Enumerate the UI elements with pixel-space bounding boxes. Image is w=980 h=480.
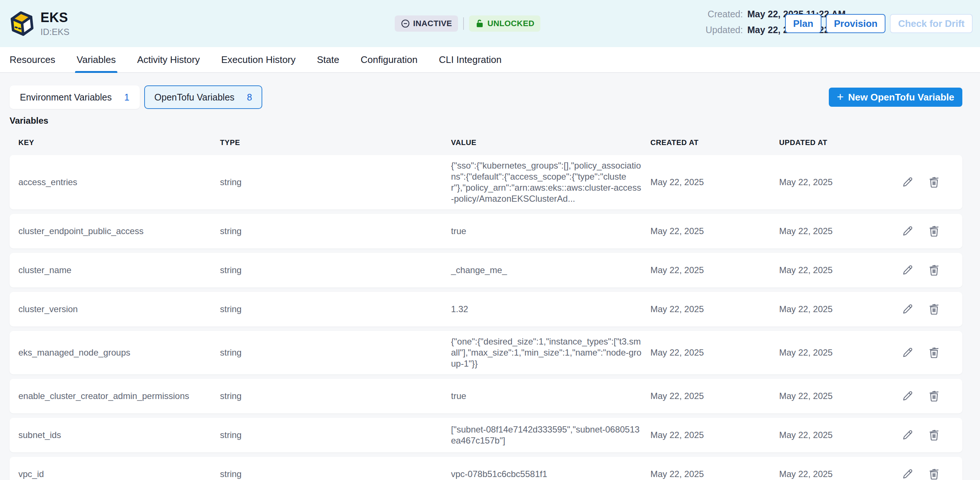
- cell-type: string: [220, 226, 451, 237]
- subtab-opentofu-variables[interactable]: OpenTofu Variables 8: [144, 85, 262, 109]
- edit-variable-button[interactable]: [901, 346, 914, 359]
- cell-value: {"sso":{"kubernetes_groups":[],"policy_a…: [451, 160, 651, 204]
- delete-variable-button[interactable]: [928, 225, 940, 238]
- cell-type: string: [220, 304, 451, 315]
- created-label: Created:: [706, 9, 743, 19]
- content: Environment Variables 1 OpenTofu Variabl…: [0, 73, 980, 480]
- row-actions: [889, 264, 940, 276]
- row-actions: [889, 468, 940, 480]
- delete-variable-button[interactable]: [928, 429, 940, 441]
- cell-key: access_entries: [18, 177, 220, 188]
- trash-icon: [928, 390, 940, 402]
- tab-cli-integration[interactable]: CLI Integration: [438, 47, 503, 72]
- cell-value: _change_me_: [451, 265, 651, 276]
- cell-updated: May 22, 2025: [779, 177, 889, 188]
- edit-variable-button[interactable]: [901, 468, 914, 480]
- row-actions: [889, 176, 940, 188]
- edit-variable-button[interactable]: [901, 176, 914, 188]
- edit-variable-button[interactable]: [901, 225, 914, 238]
- cell-created: May 22, 2025: [651, 430, 779, 441]
- cell-created: May 22, 2025: [651, 391, 779, 402]
- cell-key: vpc_id: [18, 469, 220, 480]
- delete-variable-button[interactable]: [928, 176, 940, 188]
- subtab-count: 8: [247, 92, 252, 103]
- cell-value: true: [451, 226, 651, 237]
- eks-cube-logo-icon: [9, 10, 35, 37]
- cell-value: {"one":{"desired_size":1,"instance_types…: [451, 336, 651, 369]
- delete-variable-button[interactable]: [928, 390, 940, 402]
- provision-button[interactable]: Provision: [826, 14, 885, 33]
- cell-type: string: [220, 265, 451, 276]
- row-actions: [889, 225, 940, 238]
- cell-created: May 22, 2025: [651, 304, 779, 315]
- resource-id: ID:EKS: [40, 27, 70, 37]
- variables-toolbar: Environment Variables 1 OpenTofu Variabl…: [10, 85, 963, 109]
- tab-variables[interactable]: Variables: [76, 47, 116, 72]
- header-actions: Plan Provision Check for Drift: [785, 0, 973, 47]
- new-opentofu-variable-button[interactable]: + New OpenTofu Variable: [829, 88, 963, 107]
- header-cell-key: KEY: [18, 139, 220, 147]
- tab-state[interactable]: State: [317, 47, 340, 72]
- status-badge: INACTIVE: [395, 16, 458, 32]
- tab-bar: ResourcesVariablesActivity HistoryExecut…: [0, 47, 980, 73]
- pencil-icon: [901, 468, 914, 480]
- trash-icon: [928, 225, 940, 238]
- cell-created: May 22, 2025: [651, 347, 779, 358]
- cell-created: May 22, 2025: [651, 177, 779, 188]
- badge-divider: [463, 17, 464, 30]
- check-for-drift-button[interactable]: Check for Drift: [890, 14, 973, 33]
- cell-value: vpc-078b51c6cbc5581f1: [451, 469, 651, 480]
- cell-type: string: [220, 391, 451, 402]
- table-row: eks_managed_node_groups string {"one":{"…: [10, 331, 963, 374]
- pencil-icon: [901, 225, 914, 238]
- trash-icon: [928, 176, 940, 188]
- tab-configuration[interactable]: Configuration: [360, 47, 418, 72]
- edit-variable-button[interactable]: [901, 264, 914, 276]
- delete-variable-button[interactable]: [928, 303, 940, 316]
- cell-updated: May 22, 2025: [779, 304, 889, 315]
- cell-updated: May 22, 2025: [779, 469, 889, 480]
- edit-variable-button[interactable]: [901, 303, 914, 316]
- cell-updated: May 22, 2025: [779, 430, 889, 441]
- cell-key: eks_managed_node_groups: [18, 347, 220, 358]
- header-cell-value: VALUE: [451, 139, 651, 147]
- subtab-environment-variables[interactable]: Environment Variables 1: [10, 85, 140, 109]
- delete-variable-button[interactable]: [928, 264, 940, 276]
- pencil-icon: [901, 176, 914, 188]
- table-body: access_entries string {"sso":{"kubernete…: [10, 155, 963, 480]
- cell-created: May 22, 2025: [651, 265, 779, 276]
- tab-execution-history[interactable]: Execution History: [220, 47, 296, 72]
- cell-key: cluster_version: [18, 304, 220, 315]
- cell-updated: May 22, 2025: [779, 347, 889, 358]
- row-actions: [889, 390, 940, 402]
- table-row: subnet_ids string ["subnet-08f14e7142d33…: [10, 418, 963, 452]
- cell-value: true: [451, 391, 651, 402]
- lock-badge: UNLOCKED: [469, 16, 540, 32]
- tab-resources[interactable]: Resources: [9, 47, 56, 72]
- page-title: EKS: [40, 10, 70, 26]
- page-header: EKS ID:EKS INACTIVE UNLOCKED Created: Ma…: [0, 0, 980, 47]
- row-actions: [889, 303, 940, 316]
- unlock-icon: [475, 19, 484, 28]
- pencil-icon: [901, 346, 914, 359]
- trash-icon: [928, 303, 940, 316]
- cell-created: May 22, 2025: [651, 469, 779, 480]
- cell-updated: May 22, 2025: [779, 265, 889, 276]
- plan-button[interactable]: Plan: [785, 14, 821, 33]
- plus-icon: +: [837, 91, 844, 103]
- edit-variable-button[interactable]: [901, 390, 914, 402]
- table-row: cluster_endpoint_public_access string tr…: [10, 214, 963, 249]
- table-row: cluster_name string _change_me_ May 22, …: [10, 253, 963, 287]
- edit-variable-button[interactable]: [901, 429, 914, 441]
- header-cell-created-at: CREATED AT: [651, 139, 779, 147]
- updated-label: Updated:: [706, 25, 743, 35]
- table-row: access_entries string {"sso":{"kubernete…: [10, 155, 963, 209]
- trash-icon: [928, 468, 940, 480]
- cell-updated: May 22, 2025: [779, 391, 889, 402]
- tab-activity-history[interactable]: Activity History: [137, 47, 200, 72]
- delete-variable-button[interactable]: [928, 346, 940, 359]
- row-actions: [889, 429, 940, 441]
- pencil-icon: [901, 264, 914, 276]
- subtab-container: Environment Variables 1 OpenTofu Variabl…: [10, 85, 267, 109]
- delete-variable-button[interactable]: [928, 468, 940, 480]
